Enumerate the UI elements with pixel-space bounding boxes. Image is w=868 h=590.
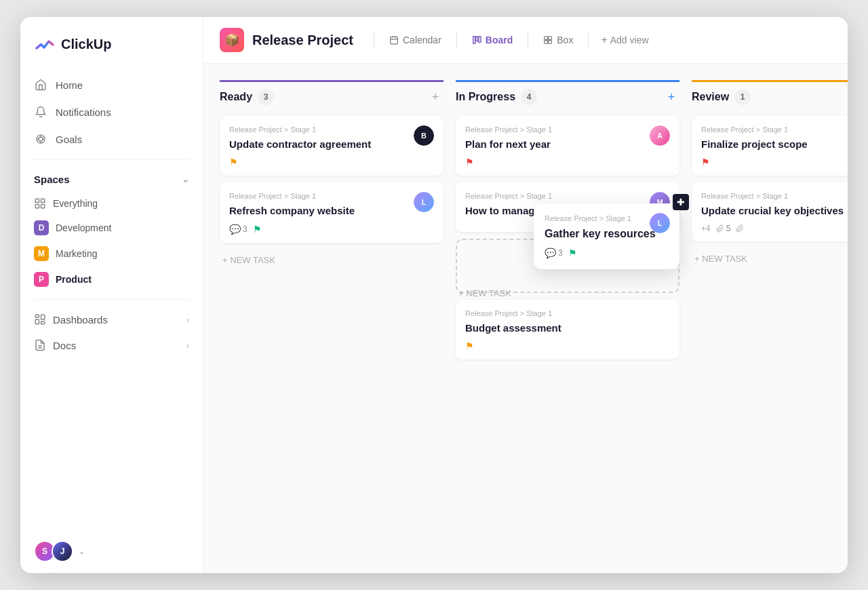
svg-rect-3 (41, 199, 45, 202)
paperclip-icon-2 (736, 224, 744, 233)
comment-icon-2: 💬 (545, 248, 556, 258)
card-title: Update contractor agreement (229, 138, 434, 151)
card-footer: ⚑ (465, 157, 670, 168)
app-name: ClickUp (61, 37, 111, 52)
ready-new-task-button[interactable]: + NEW TASK (220, 250, 443, 271)
sidebar-item-goals[interactable]: Goals (20, 125, 203, 153)
user-avatars[interactable]: S J (34, 540, 69, 562)
box-icon (543, 35, 553, 45)
dashboards-chevron-icon: › (186, 315, 189, 325)
card-title: Budget assessment (465, 321, 670, 335)
docs-icon (34, 339, 46, 351)
card-title: Refresh company website (229, 204, 434, 218)
comment-number: 3 (243, 224, 248, 234)
inprogress-title: In Progress (456, 91, 515, 103)
project-icon: 📦 (220, 28, 244, 52)
sidebar-item-development[interactable]: D Development (20, 215, 203, 241)
card-meta-8: Release Project > Stage 1 (701, 192, 848, 200)
card-footer: ⚑ (229, 157, 434, 168)
card-update-contractor[interactable]: Release Project > Stage 1 Update contrac… (220, 116, 443, 176)
card-meta: Release Project > Stage 1 (465, 192, 670, 200)
svg-rect-7 (41, 315, 45, 319)
topbar-divider-1 (374, 33, 374, 47)
card-meta: Release Project > Stage 1 (701, 125, 848, 134)
new-task-label-3: + NEW TASK (694, 254, 747, 264)
tab-board[interactable]: Board (464, 31, 521, 50)
floating-card-footer: 💬 3 ⚑ (545, 248, 669, 258)
review-count: 1 (734, 89, 751, 105)
product-label: Product (56, 274, 92, 285)
svg-rect-5 (41, 205, 45, 208)
svg-rect-4 (35, 205, 39, 208)
attach-count-label: 5 (726, 224, 731, 233)
new-task-label: + NEW TASK (222, 255, 275, 265)
move-icon: ✚ (673, 194, 689, 210)
spaces-label: Spaces (34, 174, 70, 185)
floating-card-gather[interactable]: ✚ Release Project > Stage 1 Gather key r… (534, 203, 679, 270)
floating-card-container: ✚ Release Project > Stage 1 Gather key r… (493, 210, 679, 270)
card-title: Finalize project scope (701, 138, 848, 151)
column-ready: Ready 3 + Release Project > Stage 1 Upda… (220, 80, 443, 271)
card-footer: ⚑ (701, 157, 848, 168)
sidebar-item-marketing[interactable]: M Marketing (20, 241, 203, 267)
review-cards: Release Project > Stage 1 Finalize proje… (692, 116, 848, 241)
goals-label: Goals (56, 134, 82, 145)
floating-card-avatar: L (650, 213, 670, 233)
sidebar-divider-2 (34, 299, 189, 300)
bell-icon (34, 105, 47, 119)
card-refresh-website[interactable]: Release Project > Stage 1 Refresh compan… (220, 182, 443, 242)
home-icon (34, 78, 47, 92)
sidebar-item-everything[interactable]: Everything (20, 192, 203, 215)
trophy-icon (34, 132, 47, 146)
column-header-inprogress: In Progress 4 + (456, 80, 679, 113)
card-title: Plan for next year (465, 138, 670, 151)
notifications-label: Notifications (56, 106, 111, 118)
main-content: 📦 Release Project Calendar Board Box + A… (203, 17, 848, 573)
flag-red-icon-2: ⚑ (701, 157, 710, 168)
bottom-chevron-icon[interactable]: ⌄ (79, 547, 85, 556)
everything-label: Everything (53, 198, 98, 209)
card-meta: Release Project > Stage 1 (229, 192, 434, 200)
sidebar-item-notifications[interactable]: Notifications (20, 98, 203, 125)
sidebar-item-dashboards[interactable]: Dashboards › (20, 307, 203, 332)
inprogress-add-button[interactable]: + (663, 89, 679, 105)
ready-add-button[interactable]: + (427, 89, 443, 105)
card-avatar: B (414, 125, 434, 146)
card-budget-assessment[interactable]: Release Project > Stage 1 Budget assessm… (456, 300, 679, 359)
card-finalize-scope[interactable]: Release Project > Stage 1 Finalize proje… (692, 116, 848, 176)
tab-box[interactable]: Box (535, 31, 581, 50)
card-avatar-3: A (650, 125, 670, 146)
topbar-divider-4 (588, 33, 589, 47)
tab-calendar[interactable]: Calendar (381, 31, 450, 50)
sidebar-item-product[interactable]: P Product (20, 267, 203, 292)
review-new-task-button[interactable]: + NEW TASK (692, 248, 848, 269)
column-header-ready: Ready 3 + (220, 80, 443, 113)
calendar-label: Calendar (403, 35, 441, 45)
project-title: Release Project (252, 33, 353, 48)
ready-count: 3 (258, 89, 274, 105)
svg-rect-16 (473, 37, 475, 44)
column-review: Review 1 + Release Project > Stage 1 Fin… (692, 80, 848, 269)
calendar-icon (389, 35, 399, 45)
plus-count: +4 (701, 224, 711, 233)
card-meta: Release Project > Stage 1 (465, 309, 670, 317)
sidebar-item-docs[interactable]: Docs › (20, 332, 203, 358)
top-bar: 📦 Release Project Calendar Board Box + A… (203, 17, 848, 64)
card-plan-next-year[interactable]: Release Project > Stage 1 Plan for next … (456, 116, 679, 176)
marketing-label: Marketing (56, 248, 97, 259)
chevron-down-icon[interactable]: ⌄ (182, 174, 189, 184)
topbar-divider-2 (456, 33, 457, 47)
svg-rect-22 (549, 41, 552, 44)
card-title-8: Update crucial key objectives (701, 204, 848, 218)
sidebar-item-home[interactable]: Home (20, 71, 203, 98)
review-title: Review (692, 91, 729, 103)
board-icon (472, 35, 481, 45)
svg-point-0 (39, 137, 43, 141)
svg-rect-9 (41, 321, 45, 324)
add-view-button[interactable]: + Add view (595, 30, 654, 50)
card-footer: 💬 3 ⚑ (229, 224, 434, 235)
attach-count-2 (736, 224, 744, 233)
avatar-circle: B (414, 125, 434, 146)
card-update-objectives[interactable]: Release Project > Stage 1 Update crucial… (692, 182, 848, 241)
ready-cards: Release Project > Stage 1 Update contrac… (220, 116, 443, 243)
